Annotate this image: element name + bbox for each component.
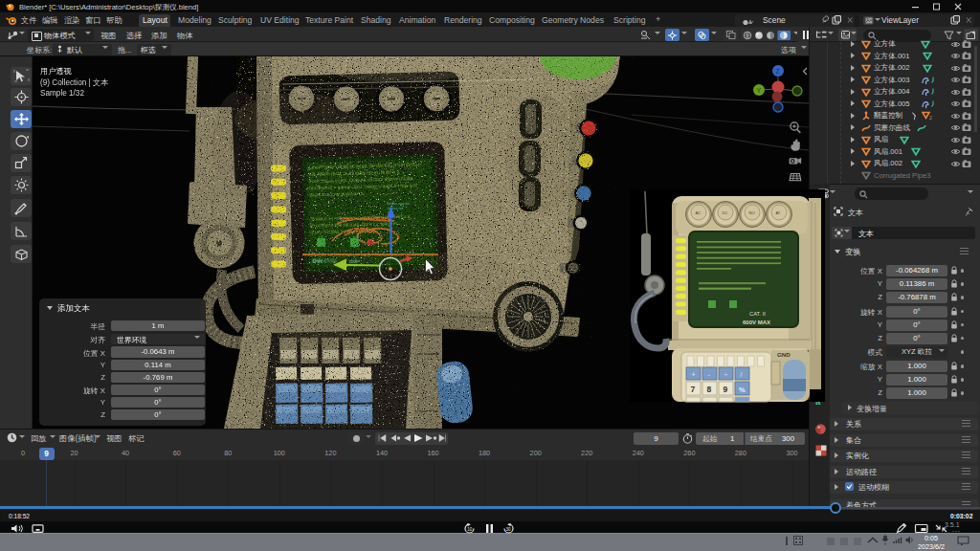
svg-text:clari=*: clari=*	[349, 259, 362, 264]
svg-text:+: +	[692, 371, 696, 378]
svg-text:8: 8	[707, 385, 712, 394]
svg-text:9: 9	[724, 385, 728, 394]
svg-text:/: /	[741, 371, 743, 378]
svg-text:÷: ÷	[724, 371, 728, 378]
svg-text:NO: NO	[748, 210, 755, 215]
svg-text:30: 30	[505, 527, 511, 532]
svg-text:AT: AT	[775, 210, 780, 215]
svg-text:Z: Z	[776, 68, 781, 75]
svg-text:10: 10	[467, 527, 473, 532]
svg-text:%: %	[739, 386, 746, 394]
svg-text:DC: DC	[722, 210, 727, 215]
svg-text:7: 7	[691, 385, 696, 394]
svg-text:Omd: Omd	[313, 259, 323, 264]
svg-text:CAT. II: CAT. II	[749, 311, 766, 317]
svg-text:Y: Y	[756, 87, 761, 94]
svg-text:600V MAX: 600V MAX	[743, 320, 770, 325]
svg-text:AC: AC	[695, 210, 701, 215]
svg-text:GND: GND	[777, 351, 791, 358]
